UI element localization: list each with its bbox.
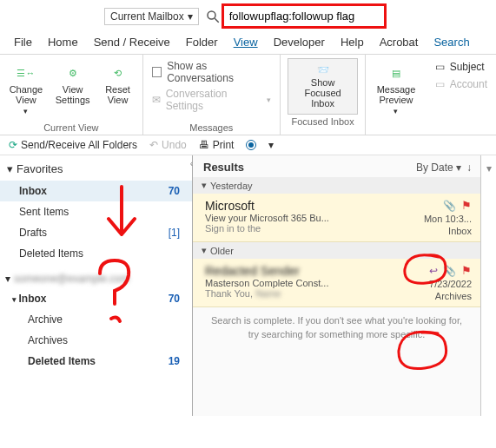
reset-view-button[interactable]: ⟲ Reset View xyxy=(100,62,135,117)
gear-icon: ⚙ xyxy=(63,63,83,82)
view-settings-button[interactable]: ⚙ View Settings xyxy=(52,62,94,117)
menu-view[interactable]: View xyxy=(234,36,258,49)
focused-inbox-icon: 📨 xyxy=(317,64,329,76)
messages-group-label: Messages xyxy=(189,121,233,135)
print-button[interactable]: 🖶 Print xyxy=(199,139,235,151)
reading-pane-collapsed[interactable]: ▾ xyxy=(480,155,496,416)
group-yesterday-label: Yesterday xyxy=(210,181,253,191)
ribbon: ☰↔ Change View ▾ ⚙ View Settings ⟲ Reset… xyxy=(0,54,496,135)
search-box-highlight xyxy=(222,3,387,29)
chevron-down-icon: ▾ xyxy=(486,162,492,416)
nav-inbox-label: Inbox xyxy=(19,185,47,197)
attachment-icon: 📎 xyxy=(443,200,456,212)
chevron-down-icon: ▾ xyxy=(23,107,28,115)
menu-file[interactable]: File xyxy=(14,36,32,49)
menu-bar: File Home Send / Receive Folder View Dev… xyxy=(0,29,496,54)
nav-sub-archives[interactable]: Archives xyxy=(0,330,192,351)
menu-send-receive[interactable]: Send / Receive xyxy=(94,36,170,49)
message-preview-button[interactable]: ▤ Message Preview ▾ xyxy=(373,62,419,117)
undo-button: ↶ Undo xyxy=(149,139,187,151)
message-preview: Thank You, Name xyxy=(205,288,328,299)
nav-inbox[interactable]: Inbox 70 xyxy=(0,181,192,201)
message-card[interactable]: Redacted Sender Masterson Complete Const… xyxy=(193,259,480,307)
change-view-button[interactable]: ☰↔ Change View ▾ xyxy=(7,62,45,117)
flag-icon[interactable]: ⚑ xyxy=(461,199,472,212)
dot-icon xyxy=(246,140,256,150)
sort-by-button[interactable]: By Date ▾ xyxy=(416,161,461,174)
nav-sent[interactable]: Sent Items xyxy=(0,201,192,222)
show-focused-inbox-label: Show Focused Inbox xyxy=(295,77,350,109)
conversation-icon: ✉ xyxy=(152,94,161,106)
send-receive-all-label: Send/Receive All Folders xyxy=(21,139,137,151)
nav-sub-deleted[interactable]: Deleted Items 19 xyxy=(0,351,192,372)
chevron-down-icon: ▾ xyxy=(188,10,193,23)
checkbox-icon xyxy=(152,67,162,77)
nav-sub-deleted-label: Deleted Items xyxy=(28,355,96,367)
nav-sub-archive[interactable]: Archive xyxy=(0,309,192,330)
results-pane: Results By Date ▾ ↓ ▾ Yesterday Microsof… xyxy=(193,155,480,416)
mailbox-selector[interactable]: Current Mailbox ▾ xyxy=(104,8,199,25)
message-time: Mon 10:3... xyxy=(424,214,472,224)
menu-acrobat[interactable]: Acrobat xyxy=(380,36,419,49)
arrange-subject-label: Subject xyxy=(450,61,485,73)
chevron-down-icon: ▾ xyxy=(267,96,271,104)
nav-drafts[interactable]: Drafts [1] xyxy=(0,222,192,243)
nav-drafts-label: Drafts xyxy=(19,227,47,239)
menu-folder[interactable]: Folder xyxy=(186,36,218,49)
nav-sub-inbox-count: 70 xyxy=(169,293,180,305)
message-folder: Inbox xyxy=(448,226,472,236)
print-icon: 🖶 xyxy=(199,139,209,151)
message-subject: Masterson Complete Const... xyxy=(205,278,328,288)
search-icon[interactable] xyxy=(204,7,222,26)
flag-icon[interactable]: ⚑ xyxy=(461,264,472,277)
send-receive-all-button[interactable]: ⟳ Send/Receive All Folders xyxy=(9,139,137,151)
subject-icon: ▭ xyxy=(435,61,445,73)
favorites-header[interactable]: ▾ Favorites xyxy=(0,155,192,181)
chevron-down-icon: ▾ xyxy=(5,273,10,285)
chevron-down-icon: ▾ xyxy=(393,107,398,115)
mailbox-selector-label: Current Mailbox xyxy=(110,10,184,23)
message-card[interactable]: Microsoft View your Microsoft 365 Bu... … xyxy=(193,194,480,242)
radio-dot[interactable] xyxy=(246,140,256,150)
group-yesterday[interactable]: ▾ Yesterday xyxy=(193,177,480,194)
focused-inbox-group-label: Focused Inbox xyxy=(292,115,354,128)
group-older[interactable]: ▾ Older xyxy=(193,242,480,259)
menu-developer[interactable]: Developer xyxy=(274,36,325,49)
favorites-label: Favorites xyxy=(17,162,63,175)
group-older-label: Older xyxy=(210,246,234,256)
chevron-down-icon: ▾ xyxy=(7,162,13,175)
nav-sub-inbox-label: Inbox xyxy=(19,293,47,305)
search-complete-text: Search is complete. If you don't see wha… xyxy=(193,307,480,348)
svg-point-0 xyxy=(208,11,215,19)
change-view-label: Change View xyxy=(9,84,43,105)
arrangement-group: ▭ Subject ▭ Account xyxy=(427,55,496,135)
search-input[interactable] xyxy=(226,8,382,24)
sort-direction-button[interactable]: ↓ xyxy=(466,161,472,174)
undo-icon: ↶ xyxy=(149,139,158,151)
message-from: Microsoft xyxy=(205,199,329,213)
arrange-account: ▭ Account xyxy=(433,76,489,93)
undo-label: Undo xyxy=(162,139,187,151)
results-title: Results xyxy=(203,161,244,174)
show-as-conversations-checkbox[interactable]: Show as Conversations xyxy=(149,58,274,86)
svg-line-1 xyxy=(215,18,219,23)
nav-deleted-label: Deleted Items xyxy=(19,247,83,260)
message-folder: Archives xyxy=(435,291,472,301)
nav-deleted[interactable]: Deleted Items xyxy=(0,243,192,264)
nav-inbox-count: 70 xyxy=(169,185,180,197)
refresh-icon: ⟳ xyxy=(9,139,17,151)
message-preview: Sign in to the xyxy=(205,223,329,234)
menu-home[interactable]: Home xyxy=(48,36,78,49)
chevron-down-icon: ▾ xyxy=(268,139,274,151)
show-focused-inbox-button[interactable]: 📨 Show Focused Inbox xyxy=(288,58,358,115)
overflow-button[interactable]: ▾ xyxy=(268,139,274,151)
account-header[interactable]: ▾ someone@example.com xyxy=(0,264,192,288)
message-from: Redacted Sender xyxy=(205,264,328,278)
menu-help[interactable]: Help xyxy=(341,36,364,49)
nav-drafts-count: [1] xyxy=(169,227,180,239)
nav-sub-inbox[interactable]: ▾ Inbox 70 xyxy=(0,288,192,309)
account-name: someone@example.com xyxy=(14,273,129,285)
message-subject: View your Microsoft 365 Bu... xyxy=(205,213,329,223)
arrange-subject[interactable]: ▭ Subject xyxy=(433,58,489,76)
menu-search[interactable]: Search xyxy=(433,36,469,49)
